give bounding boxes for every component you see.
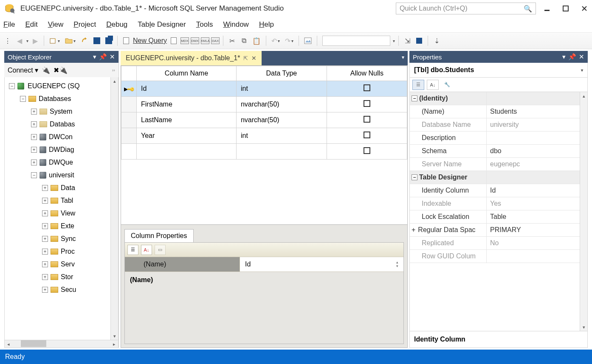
column-row-new[interactable] (121, 144, 407, 160)
open-button[interactable]: ▾ (63, 35, 77, 47)
col-header-name[interactable]: Column Name (137, 66, 237, 81)
menu-edit[interactable]: Edit (25, 20, 37, 29)
tree-folder-node[interactable]: +View (5, 207, 118, 220)
new-query-icon[interactable] (121, 35, 131, 47)
properties-scrollbar[interactable]: ▴ ▾ (580, 92, 587, 331)
properties-grid[interactable]: −(Identity) (Name)Students Database Name… (409, 92, 588, 331)
col-header-type[interactable]: Data Type (236, 66, 327, 81)
expand-icon[interactable]: − (31, 172, 37, 178)
close-button[interactable] (580, 4, 589, 13)
nav-back-button[interactable]: ◀ (14, 35, 25, 47)
expand-icon[interactable]: + (31, 160, 37, 165)
scroll-down-icon[interactable]: ▾ (580, 323, 588, 331)
column-name-cell[interactable]: FirstName (137, 97, 237, 112)
wrench-icon[interactable]: 🔧 (441, 80, 453, 90)
column-row[interactable]: ▶🔑Idint (121, 81, 407, 97)
tree-databases-node[interactable]: − Databases (5, 92, 118, 105)
redo-button[interactable]: ↷▾ (283, 35, 295, 47)
row-header[interactable] (121, 112, 137, 128)
checkbox-icon[interactable] (364, 100, 370, 107)
step-icon-2[interactable] (414, 35, 424, 47)
alphabetical-button[interactable]: A↓ (141, 245, 152, 255)
expand-icon[interactable]: + (42, 198, 48, 204)
allow-nulls-cell[interactable] (327, 128, 407, 144)
row-header[interactable] (121, 128, 137, 144)
tab-overflow-icon[interactable]: ▾ (402, 54, 404, 60)
column-name-cell[interactable]: LastName (137, 112, 237, 128)
nav-forward-button[interactable]: ▶ (30, 35, 40, 47)
checkbox-icon[interactable] (364, 132, 370, 138)
new-query-button[interactable]: New Query (133, 37, 167, 45)
tree-folder-node[interactable]: +Secu (5, 283, 118, 296)
collapse-icon[interactable]: − (412, 95, 417, 101)
menu-project[interactable]: Project (73, 20, 96, 29)
tree-horizontal-scrollbar[interactable]: ◂ ▸ (5, 340, 118, 347)
properties-object-selector[interactable]: [Tbl] dbo.Students ▾ (409, 63, 588, 78)
plug-icon[interactable]: 🔌 (42, 66, 50, 74)
allow-nulls-cell[interactable] (327, 81, 407, 97)
close-icon[interactable]: ✕ (579, 53, 584, 61)
scroll-thumb[interactable] (21, 340, 46, 347)
allow-nulls-cell[interactable] (327, 112, 407, 128)
expand-icon[interactable]: + (412, 226, 415, 233)
unknown-arrow-button[interactable] (79, 35, 90, 47)
tree-db-node[interactable]: +DWDiag (5, 143, 118, 156)
expand-icon[interactable]: + (31, 147, 37, 153)
expand-icon[interactable]: + (42, 249, 48, 255)
collapse-icon[interactable]: − (9, 83, 15, 89)
expand-icon[interactable]: + (42, 287, 48, 293)
maximize-button[interactable] (561, 4, 570, 13)
expand-icon[interactable]: + (42, 236, 48, 242)
tree-server-node[interactable]: − EUGENEPC (SQ (5, 80, 118, 92)
column-property-value[interactable]: Id (245, 260, 251, 268)
column-row[interactable]: LastNamenvarchar(50) (121, 112, 407, 128)
column-type-cell[interactable]: int (236, 81, 327, 97)
column-row[interactable]: FirstNamenvarchar(50) (121, 97, 407, 112)
property-pages-button[interactable]: ▭ (155, 245, 166, 255)
tree-db-node[interactable]: +DWCon (5, 131, 118, 143)
panel-menu-icon[interactable]: ▾ (93, 53, 96, 61)
close-icon[interactable]: ✕ (110, 53, 115, 61)
checkbox-icon[interactable] (364, 84, 370, 91)
unplug-icon[interactable]: ✖🔌 (54, 66, 68, 74)
tree-folder-node[interactable]: +Sync (5, 232, 118, 245)
scroll-down-icon[interactable]: ▾ (111, 332, 118, 340)
minimize-button[interactable] (543, 4, 551, 13)
quick-launch-input[interactable]: Quick Launch (Ctrl+Q) 🔍 (396, 3, 536, 14)
save-button[interactable] (92, 35, 102, 47)
document-tab[interactable]: EUGENEPC.university - dbo.Table_1* ⇱ ✕ (121, 51, 262, 65)
tree-vertical-scrollbar[interactable]: ▴ ▾ (110, 77, 118, 340)
expand-icon[interactable]: + (42, 261, 48, 267)
column-properties-tab[interactable]: Column Properties (124, 229, 194, 242)
column-property-row[interactable]: (Name) Id ▴▾ (125, 257, 403, 272)
column-type-cell[interactable]: nvarchar(50) (236, 97, 327, 112)
dmx-button[interactable]: DMX (191, 37, 199, 44)
grid-empty-area[interactable] (121, 160, 407, 224)
scroll-right-icon[interactable]: ▸ (110, 340, 118, 348)
dax-button[interactable]: DAX (211, 37, 220, 44)
column-name-cell[interactable]: Id (137, 81, 237, 97)
menu-table-designer[interactable]: Table Designer (138, 20, 186, 29)
combo-input[interactable] (322, 36, 390, 46)
tree-folder-node[interactable]: +Tabl (5, 194, 118, 207)
copy-button[interactable]: ⧉ (239, 35, 249, 47)
pin-icon[interactable]: ⇱ (243, 55, 248, 62)
object-explorer-tree[interactable]: − EUGENEPC (SQ − Databases +System+Datab… (4, 77, 118, 348)
close-icon[interactable]: ✕ (251, 55, 257, 62)
checkbox-icon[interactable] (364, 116, 370, 123)
menu-file[interactable]: File (3, 20, 15, 29)
categorized-button[interactable]: ☰ (412, 80, 424, 90)
chevron-down-icon[interactable]: ▾ (393, 39, 395, 43)
mdx-button[interactable]: MDX (180, 37, 189, 44)
spin-icon[interactable]: ▴▾ (396, 260, 398, 268)
row-header[interactable] (121, 97, 137, 112)
new-project-button[interactable]: ▾ (48, 35, 62, 47)
expand-icon[interactable]: + (42, 185, 48, 191)
step-icon-3[interactable]: ⇣ (431, 35, 442, 47)
column-row[interactable]: Yearint (121, 128, 407, 144)
expand-icon[interactable]: + (42, 223, 48, 229)
collapse-icon[interactable]: − (20, 96, 26, 102)
scroll-up-icon[interactable]: ▴ (580, 92, 588, 100)
undo-button[interactable]: ↶▾ (270, 35, 282, 47)
tree-folder-node[interactable]: +Proc (5, 245, 118, 258)
